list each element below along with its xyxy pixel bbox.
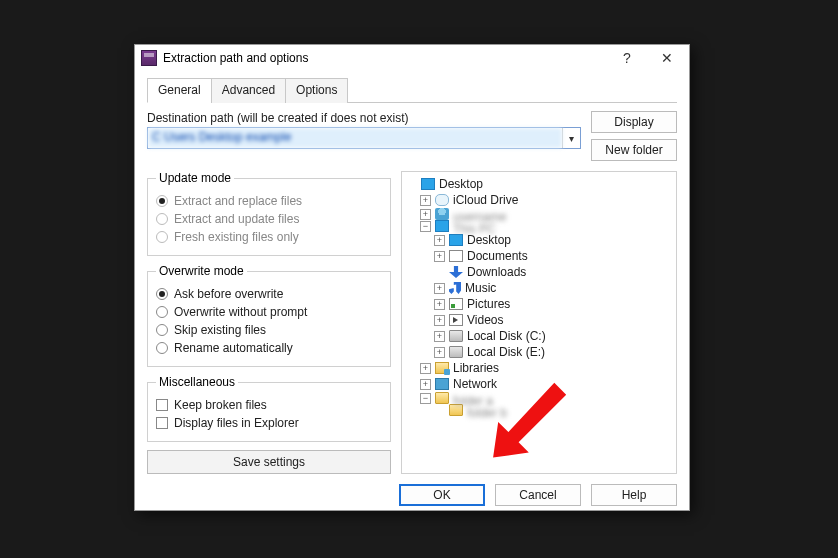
tabs: General Advanced Options bbox=[147, 77, 677, 103]
destination-input[interactable]: C Users Desktop example bbox=[148, 128, 562, 148]
overwrite-skip-radio[interactable]: Skip existing files bbox=[156, 322, 382, 338]
overwrite-mode-group: Overwrite mode Ask before overwrite Over… bbox=[147, 264, 391, 367]
tree-extra1[interactable]: −folder a bbox=[404, 392, 674, 404]
update-replace-radio[interactable]: Extract and replace files bbox=[156, 193, 382, 209]
tab-advanced[interactable]: Advanced bbox=[211, 78, 286, 103]
titlebar: Extraction path and options ? ✕ bbox=[135, 45, 689, 71]
ok-button[interactable]: OK bbox=[399, 484, 485, 506]
overwrite-noprompt-radio[interactable]: Overwrite without prompt bbox=[156, 304, 382, 320]
tree-downloads[interactable]: Downloads bbox=[404, 264, 674, 280]
tree-desktop2[interactable]: +Desktop bbox=[404, 232, 674, 248]
update-mode-legend: Update mode bbox=[156, 171, 234, 185]
help-button[interactable]: Help bbox=[591, 484, 677, 506]
folder-tree[interactable]: Desktop +iCloud Drive +username −This PC… bbox=[401, 171, 677, 474]
tree-network[interactable]: +Network bbox=[404, 376, 674, 392]
winrar-icon bbox=[141, 50, 157, 66]
tree-extra2[interactable]: folder b bbox=[404, 404, 674, 416]
tree-libraries[interactable]: +Libraries bbox=[404, 360, 674, 376]
tree-pictures[interactable]: +Pictures bbox=[404, 296, 674, 312]
tree-documents[interactable]: +Documents bbox=[404, 248, 674, 264]
update-update-radio[interactable]: Extract and update files bbox=[156, 211, 382, 227]
update-fresh-radio[interactable]: Fresh existing files only bbox=[156, 229, 382, 245]
extraction-dialog: Extraction path and options ? ✕ General … bbox=[134, 44, 690, 511]
destination-combo[interactable]: C Users Desktop example ▾ bbox=[147, 127, 581, 149]
new-folder-button[interactable]: New folder bbox=[591, 139, 677, 161]
dialog-footer: OK Cancel Help bbox=[147, 474, 677, 506]
display-explorer-checkbox[interactable]: Display files in Explorer bbox=[156, 415, 382, 431]
overwrite-ask-radio[interactable]: Ask before overwrite bbox=[156, 286, 382, 302]
display-button[interactable]: Display bbox=[591, 111, 677, 133]
keep-broken-checkbox[interactable]: Keep broken files bbox=[156, 397, 382, 413]
save-settings-button[interactable]: Save settings bbox=[147, 450, 391, 474]
tab-general[interactable]: General bbox=[147, 78, 212, 103]
close-button[interactable]: ✕ bbox=[647, 45, 687, 71]
tree-user[interactable]: +username bbox=[404, 208, 674, 220]
overwrite-rename-radio[interactable]: Rename automatically bbox=[156, 340, 382, 356]
tree-diske[interactable]: +Local Disk (E:) bbox=[404, 344, 674, 360]
help-titlebar-button[interactable]: ? bbox=[607, 45, 647, 71]
cancel-button[interactable]: Cancel bbox=[495, 484, 581, 506]
tree-thispc[interactable]: −This PC bbox=[404, 220, 674, 232]
tree-diskc[interactable]: +Local Disk (C:) bbox=[404, 328, 674, 344]
tree-icloud[interactable]: +iCloud Drive bbox=[404, 192, 674, 208]
misc-group: Miscellaneous Keep broken files Display … bbox=[147, 375, 391, 442]
tree-videos[interactable]: +Videos bbox=[404, 312, 674, 328]
update-mode-group: Update mode Extract and replace files Ex… bbox=[147, 171, 391, 256]
tree-desktop[interactable]: Desktop bbox=[404, 176, 674, 192]
window-title: Extraction path and options bbox=[163, 51, 607, 65]
destination-label: Destination path (will be created if doe… bbox=[147, 111, 581, 125]
tree-music[interactable]: +Music bbox=[404, 280, 674, 296]
chevron-down-icon[interactable]: ▾ bbox=[562, 128, 580, 148]
tab-options[interactable]: Options bbox=[285, 78, 348, 103]
misc-legend: Miscellaneous bbox=[156, 375, 238, 389]
overwrite-mode-legend: Overwrite mode bbox=[156, 264, 247, 278]
